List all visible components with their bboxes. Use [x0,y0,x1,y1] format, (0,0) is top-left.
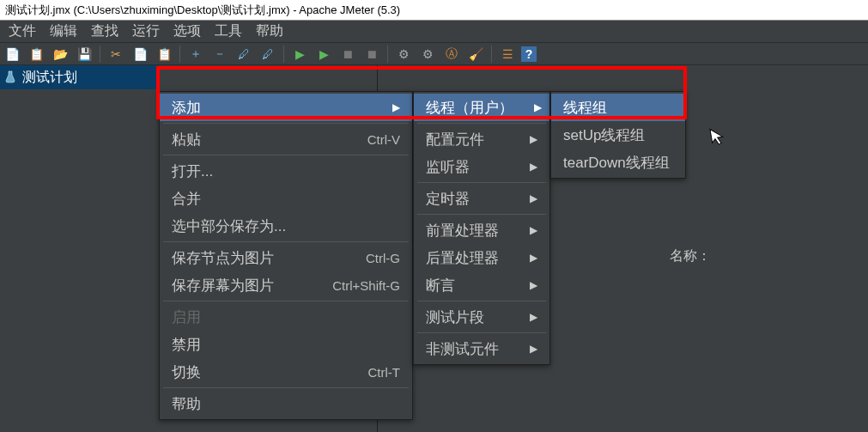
menu-run[interactable]: 运行 [125,22,167,40]
stop-icon[interactable]: ⏹ [337,45,358,64]
menu-separator [163,123,409,124]
ctx-item-label: 添加 [172,98,201,118]
menu-help[interactable]: 帮助 [249,22,290,40]
ctx-assertion[interactable]: 断言 ▶ [414,271,549,299]
menu-separator [163,301,409,301]
ctx-item-label: 线程组 [563,98,607,118]
ctx-config[interactable]: 配置元件 ▶ [414,125,549,153]
ctx-item-label: 后置处理器 [426,248,499,268]
submenu-arrow-icon: ▶ [530,343,537,355]
ctx-preproc[interactable]: 前置处理器 ▶ [414,216,549,244]
ctx-nontest[interactable]: 非测试元件 ▶ [414,335,549,362]
submenu-arrow-icon: ▶ [530,133,537,145]
ctx-help[interactable]: 帮助 [160,390,412,417]
menu-search[interactable]: 查找 [84,22,125,40]
tree-node-label: 测试计划 [22,69,77,87]
ctx-save-node-img[interactable]: 保存节点为图片 Ctrl-G [160,244,412,271]
ctx-postproc[interactable]: 后置处理器 ▶ [414,244,549,271]
ctx-save-selection[interactable]: 选中部分保存为... [160,212,412,240]
ctx-item-label: 断言 [426,276,455,295]
ctx-threadgroup[interactable]: 线程组 [551,94,685,121]
ctx-paste[interactable]: 粘贴 Ctrl-V [160,125,412,153]
submenu-threads: 线程组 setUp线程组 tearDown线程组 [550,91,686,179]
template-icon[interactable]: 📋 [26,45,46,64]
toolbar-separator [491,46,492,63]
submenu-arrow-icon: ▶ [530,224,537,236]
wand2-icon[interactable]: 🖊 [258,45,278,64]
ctx-timer[interactable]: 定时器 ▶ [414,185,549,212]
ctx-listener[interactable]: 监听器 ▶ [414,153,549,180]
ctx-shortcut: Ctrl-T [368,365,401,380]
context-menu: 添加 ▶ 粘贴 Ctrl-V 打开... 合并 选中部分保存为... 保存节点为… [159,91,413,420]
ctx-threads[interactable]: 线程（用户） ▶ [414,94,549,121]
ctx-item-label: 切换 [172,362,201,382]
submenu-arrow-icon: ▶ [392,101,400,113]
ctx-open[interactable]: 打开... [160,157,412,185]
submenu-arrow-icon: ▶ [530,279,537,291]
ctx-item-label: 测试片段 [426,307,484,327]
window-title: 测试计划.jmx (C:\Users\zhuximing\Desktop\测试计… [5,3,400,16]
ctx-teardown-threadgroup[interactable]: tearDown线程组 [551,149,685,176]
ctx-toggle[interactable]: 切换 Ctrl-T [160,358,412,386]
ctx-enable: 启用 [160,303,412,331]
ctx-setup-threadgroup[interactable]: setUp线程组 [551,121,685,149]
menu-separator [417,301,546,301]
ctx-item-label: 打开... [172,161,213,181]
menu-options[interactable]: 选项 [167,22,208,40]
tree-node-test-plan[interactable]: 测试计划 [0,65,159,89]
ctx-item-label: 保存屏幕为图片 [172,276,274,295]
paste-icon[interactable]: 📋 [154,45,174,64]
ctx-item-label: 监听器 [426,157,470,177]
ctx-item-label: 选中部分保存为... [172,216,286,236]
ctx-item-label: 帮助 [172,394,201,414]
submenu-arrow-icon: ▶ [530,252,537,264]
save-icon[interactable]: 💾 [74,45,94,64]
ctx-item-label: 保存节点为图片 [172,248,274,268]
menu-file[interactable]: 文件 [2,22,43,40]
list-icon[interactable]: ☰ [497,45,518,64]
ctx-item-label: 粘贴 [172,130,201,149]
minus-icon[interactable]: － [209,45,230,64]
menu-separator [417,332,546,333]
shutdown-icon[interactable]: ⏹ [361,45,382,64]
menu-edit[interactable]: 编辑 [43,22,84,40]
submenu-arrow-icon: ▶ [534,101,542,113]
submenu-arrow-icon: ▶ [530,161,537,173]
help-icon[interactable]: ? [521,46,537,62]
toolbar-separator [387,46,388,63]
new-icon[interactable]: 📄 [2,45,22,64]
menu-separator [163,387,409,388]
play-icon[interactable]: ▶ [289,45,310,64]
menu-separator [417,123,546,124]
ctx-item-label: 非测试元件 [426,339,499,359]
menu-separator [163,155,409,155]
ctx-item-label: 禁用 [172,335,201,355]
ctx-item-label: 配置元件 [426,130,484,149]
gear-icon[interactable]: ⚙ [393,45,414,64]
clear-icon[interactable]: Ⓐ [441,45,462,64]
clear-all-icon[interactable]: 🧹 [465,45,486,64]
ctx-save-screen-img[interactable]: 保存屏幕为图片 Ctrl+Shift-G [160,271,412,299]
cut-icon[interactable]: ✂ [106,45,126,64]
gear2-icon[interactable]: ⚙ [417,45,438,64]
menu-tools[interactable]: 工具 [208,22,249,40]
submenu-arrow-icon: ▶ [530,192,537,204]
ctx-shortcut: Ctrl+Shift-G [332,278,400,293]
open-icon[interactable]: 📂 [50,45,70,64]
ctx-item-label: 启用 [172,307,201,327]
ctx-testfrag[interactable]: 测试片段 ▶ [414,303,549,331]
ctx-add[interactable]: 添加 ▶ [160,94,412,121]
name-field-label: 名称： [670,247,711,265]
plus-icon[interactable]: ＋ [185,45,206,64]
ctx-item-label: setUp线程组 [563,125,645,145]
ctx-shortcut: Ctrl-V [367,132,400,147]
toolbar-separator [283,46,284,63]
ctx-merge[interactable]: 合并 [160,185,412,212]
play-noTimers-icon[interactable]: ▶ [313,45,334,64]
menu-separator [417,182,546,183]
wand-icon[interactable]: 🖊 [234,45,254,64]
toolbar: 📄 📋 📂 💾 ✂ 📄 📋 ＋ － 🖊 🖊 ▶ ▶ ⏹ ⏹ ⚙ ⚙ Ⓐ 🧹 ☰ … [0,43,868,65]
toolbar-separator [179,46,180,63]
copy-icon[interactable]: 📄 [130,45,150,64]
ctx-disable[interactable]: 禁用 [160,331,412,358]
